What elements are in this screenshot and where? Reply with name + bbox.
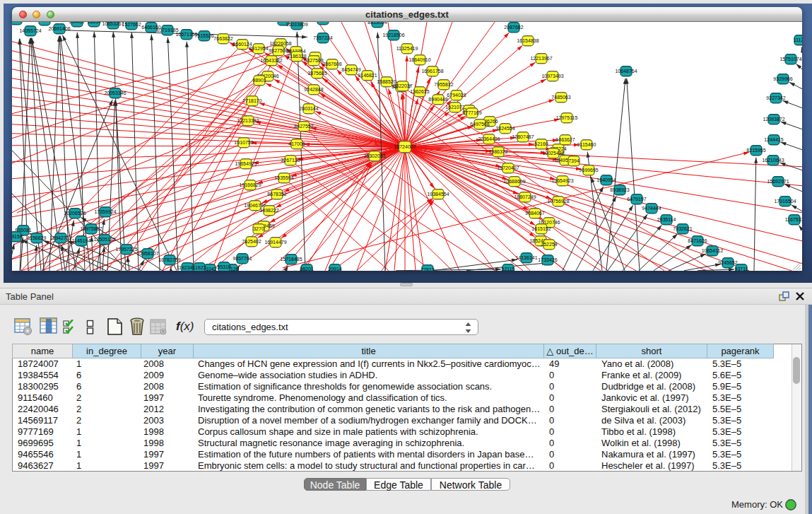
svg-text:9463627: 9463627 <box>555 137 575 142</box>
svg-text:19046796: 19046796 <box>244 203 266 208</box>
svg-text:8454749: 8454749 <box>341 67 360 72</box>
svg-text:16033809: 16033809 <box>286 22 307 27</box>
svg-text:10654112: 10654112 <box>702 248 724 253</box>
svg-text:12213967: 12213967 <box>530 56 552 61</box>
svg-text:20914: 20914 <box>328 267 342 271</box>
svg-text:8678352: 8678352 <box>267 192 286 197</box>
svg-text:9146821: 9146821 <box>358 73 377 78</box>
svg-text:18724007: 18724007 <box>394 144 416 149</box>
svg-text:7986372: 7986372 <box>488 149 507 154</box>
svg-text:10973493: 10973493 <box>541 74 563 78</box>
svg-text:3824554: 3824554 <box>495 126 514 131</box>
svg-text:20364436: 20364436 <box>478 136 500 141</box>
svg-text:10807487: 10807487 <box>512 134 534 139</box>
svg-text:15720407: 15720407 <box>497 165 519 170</box>
svg-text:11123: 11123 <box>794 37 802 42</box>
svg-text:12975115: 12975115 <box>556 115 578 120</box>
svg-text:1733426: 1733426 <box>538 257 557 262</box>
svg-text:7394: 7394 <box>568 158 579 163</box>
svg-text:12213382: 12213382 <box>237 118 259 123</box>
svg-text:9084067: 9084067 <box>525 211 544 216</box>
svg-text:19218506: 19218506 <box>382 33 404 37</box>
svg-text:19166829: 19166829 <box>239 182 261 187</box>
svg-text:1244415: 1244415 <box>764 137 783 142</box>
svg-text:16154838: 16154838 <box>517 38 539 43</box>
svg-text:7955812: 7955812 <box>434 82 453 87</box>
svg-text:16914479: 16914479 <box>264 240 286 245</box>
svg-text:17359924: 17359924 <box>94 209 116 214</box>
svg-text:77813: 77813 <box>420 267 435 271</box>
svg-text:9327508: 9327508 <box>304 58 323 63</box>
svg-text:8215955: 8215955 <box>746 148 765 153</box>
svg-text:16543382: 16543382 <box>260 58 282 63</box>
svg-text:9329966: 9329966 <box>773 76 792 81</box>
svg-text:16961758: 16961758 <box>421 69 443 74</box>
svg-text:1527602: 1527602 <box>122 22 141 27</box>
svg-text:1145194: 1145194 <box>72 238 91 243</box>
svg-text:11923: 11923 <box>193 265 206 270</box>
svg-text:98901: 98901 <box>252 78 266 83</box>
svg-text:9857791: 9857791 <box>233 256 252 261</box>
svg-text:19384554: 19384554 <box>427 192 449 197</box>
svg-text:25302035: 25302035 <box>363 153 385 158</box>
svg-text:12093872: 12093872 <box>763 117 784 122</box>
svg-text:93711: 93711 <box>735 267 748 271</box>
svg-text:8427552: 8427552 <box>294 124 313 129</box>
svg-text:18807249: 18807249 <box>514 194 536 199</box>
svg-text:9115460: 9115460 <box>577 142 596 147</box>
svg-text:10958107: 10958107 <box>136 251 158 256</box>
svg-text:1362615: 1362615 <box>410 89 429 94</box>
svg-text:252254: 252254 <box>541 242 557 247</box>
svg-text:16210643: 16210643 <box>762 158 784 163</box>
svg-text:20691406: 20691406 <box>48 26 70 31</box>
svg-text:15751074: 15751074 <box>779 57 801 62</box>
svg-text:16782759: 16782759 <box>158 257 180 262</box>
svg-text:2718170: 2718170 <box>242 98 261 103</box>
svg-text:7515526: 7515526 <box>194 33 213 38</box>
svg-text:3267130: 3267130 <box>281 158 300 163</box>
svg-text:417006: 417006 <box>288 141 305 146</box>
svg-text:19654925: 19654925 <box>235 161 257 166</box>
svg-text:8990448: 8990448 <box>428 97 447 102</box>
svg-text:104417: 104417 <box>69 22 85 24</box>
svg-text:7625402: 7625402 <box>242 239 261 244</box>
svg-text:6479197: 6479197 <box>627 197 646 201</box>
svg-text:1167533: 1167533 <box>785 217 802 222</box>
svg-text:7357224: 7357224 <box>313 35 332 40</box>
svg-text:10688609: 10688609 <box>503 179 525 184</box>
svg-text:9699695: 9699695 <box>579 168 598 173</box>
svg-text:7485063: 7485063 <box>551 95 570 100</box>
svg-text:2803144: 2803144 <box>299 106 318 111</box>
svg-text:8813054: 8813054 <box>367 22 387 25</box>
svg-text:8322037: 8322037 <box>393 83 412 88</box>
svg-text:1535594: 1535594 <box>274 175 293 180</box>
svg-text:3875685: 3875685 <box>307 71 326 76</box>
svg-text:11325419: 11325419 <box>396 46 418 51</box>
svg-text:19975867: 19975867 <box>80 226 102 231</box>
svg-text:3498222: 3498222 <box>259 208 278 213</box>
svg-text:15692971: 15692971 <box>767 179 789 184</box>
svg-text:62160: 62160 <box>534 141 548 146</box>
svg-text:8912954: 8912954 <box>249 46 268 51</box>
svg-text:20053346: 20053346 <box>104 90 126 95</box>
svg-text:2935114: 2935114 <box>657 217 676 222</box>
svg-text:17957225: 17957225 <box>115 247 137 252</box>
svg-text:2867608: 2867608 <box>322 62 341 66</box>
svg-text:88201: 88201 <box>300 267 314 271</box>
svg-text:6794028: 6794028 <box>447 93 466 98</box>
svg-text:16634: 16634 <box>87 22 101 24</box>
svg-text:10025438: 10025438 <box>542 151 564 156</box>
svg-text:39159: 39159 <box>12 234 23 239</box>
svg-text:1615152: 1615152 <box>531 226 551 231</box>
svg-text:17016504: 17016504 <box>774 199 796 204</box>
svg-text:9827508: 9827508 <box>269 48 288 53</box>
svg-text:10756928: 10756928 <box>547 199 569 204</box>
svg-text:8938923: 8938923 <box>610 187 629 192</box>
svg-text:9245652: 9245652 <box>718 260 737 265</box>
svg-text:10648764: 10648764 <box>615 69 637 74</box>
svg-text:9474444: 9474444 <box>642 206 661 211</box>
svg-text:14055724: 14055724 <box>19 28 41 33</box>
svg-text:1010753: 1010753 <box>234 140 253 145</box>
svg-text:14136141: 14136141 <box>515 255 537 260</box>
svg-text:6497568: 6497568 <box>470 122 489 127</box>
